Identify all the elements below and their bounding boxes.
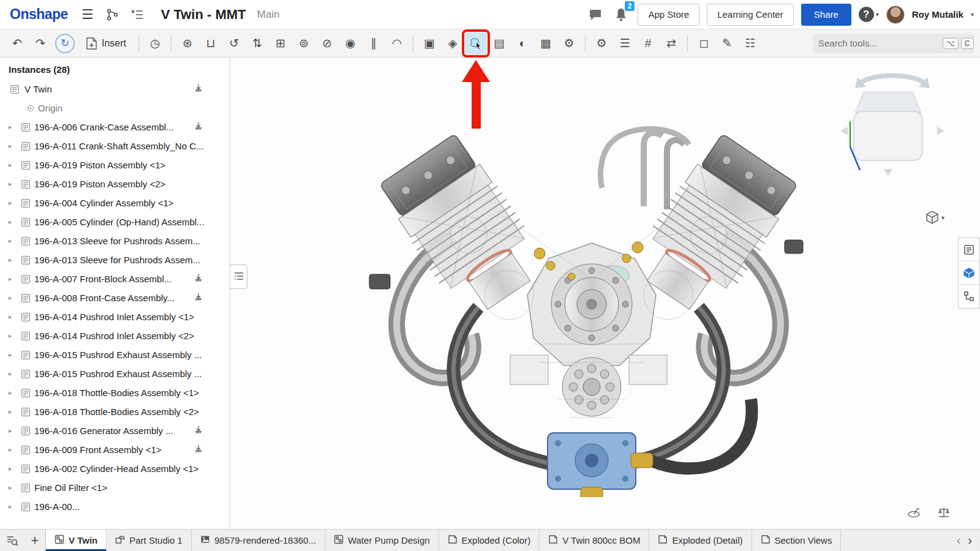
version-tree-icon[interactable]	[104, 6, 122, 24]
tree-row[interactable]: ▸196-A-018 Thottle-Bodies Assembly <2>	[0, 402, 230, 421]
section-view-icon[interactable]: ◻	[693, 32, 715, 54]
tree-row[interactable]: ▸196-A-009 Front Assembly <1>	[0, 440, 230, 459]
tree-row[interactable]: ▸196-A-00...	[0, 497, 230, 516]
planar-mate-icon[interactable]: ⊞	[270, 32, 292, 54]
revolute-mate-icon[interactable]: ↺	[223, 32, 245, 54]
expand-chevron-icon[interactable]: ▸	[9, 142, 21, 150]
onshape-logo[interactable]: Onshape	[6, 6, 72, 23]
tree-row[interactable]: ▸196-A-005 Cylinder (Op-Hand) Assembl...	[0, 212, 230, 231]
appearance-panel-button[interactable]	[959, 261, 979, 285]
tree-row[interactable]: ▸196-A-019 Piston Assembly <1>	[0, 156, 230, 174]
expand-chevron-icon[interactable]: ▸	[9, 370, 21, 378]
view-options-button[interactable]: ▾	[926, 211, 944, 224]
fastened-mate-icon[interactable]: ⊔	[200, 32, 222, 54]
mate-icon[interactable]: ⊛	[176, 32, 198, 54]
tree-row[interactable]: ▸196-A-006 Crank-Case Assembl...	[0, 118, 230, 137]
undo-icon[interactable]: ↶	[6, 32, 28, 54]
tree-row[interactable]: ▸Fine Oil Filter <1>	[0, 478, 230, 497]
search-tools-input[interactable]	[818, 38, 940, 48]
expand-chevron-icon[interactable]: ▸	[9, 218, 21, 226]
expand-chevron-icon[interactable]: ▸	[9, 256, 21, 264]
tree-row[interactable]: ▸196-A-015 Pushrod Exhaust Assembly ...	[0, 364, 230, 383]
circular-pattern-icon[interactable]: ⚙	[558, 32, 580, 54]
parallel-relation-icon[interactable]: ∥	[363, 32, 385, 54]
panel-collapse-handle[interactable]	[230, 264, 247, 289]
grid-tool-icon[interactable]: #	[637, 32, 659, 54]
help-icon[interactable]: ?	[859, 7, 874, 22]
tree-row[interactable]: ▸196-A-018 Thottle-Bodies Assembly <1>	[0, 383, 230, 402]
expand-chevron-icon[interactable]: ▸	[9, 180, 21, 188]
compare-versions-icon[interactable]	[128, 6, 146, 24]
add-tab-button[interactable]: +	[24, 530, 45, 551]
swap-instances-icon[interactable]: ⇄	[660, 32, 682, 54]
expand-chevron-icon[interactable]: ▸	[9, 237, 21, 245]
tree-row[interactable]: ▸196-A-013 Sleeve for Pushrods Assem...	[0, 231, 230, 250]
expand-chevron-icon[interactable]: ▸	[9, 161, 21, 169]
pin-slot-mate-icon[interactable]: ⊘	[316, 32, 338, 54]
share-button[interactable]: Share	[801, 4, 851, 26]
3d-viewport[interactable]: ▾	[230, 58, 980, 529]
user-chevron-down-icon[interactable]: ▾	[971, 11, 974, 18]
expand-chevron-icon[interactable]: ▸	[9, 123, 21, 131]
tree-row[interactable]: ▸196-A-014 Pushrod Inlet Assembly <2>	[0, 326, 230, 345]
user-avatar[interactable]	[886, 6, 905, 24]
tree-row[interactable]: ▸196-A-016 Generator Assembly ...	[0, 421, 230, 440]
expand-chevron-icon[interactable]: ▸	[9, 351, 21, 359]
linear-pattern-icon[interactable]: ▦	[535, 32, 557, 54]
tree-row[interactable]: ▸196-A-015 Pushrod Exhaust Assembly ...	[0, 345, 230, 364]
view-cube[interactable]	[834, 69, 951, 191]
tree-row[interactable]: ▸196-A-013 Sleeve for Pushrods Assem...	[0, 250, 230, 269]
workspace-name[interactable]: Main	[257, 9, 280, 21]
search-tools-box[interactable]: ⌥ C	[813, 34, 974, 53]
rack-relation-icon[interactable]: ☰	[614, 32, 636, 54]
cylindrical-mate-icon[interactable]: ⊚	[293, 32, 315, 54]
tab-part-studio-1[interactable]: Part Studio 1	[107, 530, 192, 551]
gear-relation-icon[interactable]: ⚙	[590, 32, 612, 54]
expand-chevron-icon[interactable]: ▸	[9, 275, 21, 283]
app-store-button[interactable]: App Store	[638, 4, 699, 26]
tab-water-pump-design[interactable]: Water Pump Design	[325, 530, 439, 551]
snap-mode-icon[interactable]: ◐	[511, 32, 533, 54]
expand-chevron-icon[interactable]: ▸	[9, 503, 21, 511]
named-views-icon[interactable]: ✎	[716, 32, 738, 54]
tab-scroll-right-icon[interactable]: ›	[965, 533, 975, 547]
hierarchy-panel-button[interactable]	[959, 285, 979, 308]
feature-list-button[interactable]	[959, 238, 979, 261]
transform-tool-icon[interactable]: ▤	[488, 32, 510, 54]
revision-history-icon[interactable]: ◷	[144, 32, 166, 54]
learning-center-button[interactable]: Learning Center	[707, 4, 794, 26]
mate-connector-icon[interactable]: ◈	[442, 32, 464, 54]
tab-scroll-left-icon[interactable]: ‹	[954, 533, 964, 547]
expand-chevron-icon[interactable]: ▸	[9, 294, 21, 302]
tree-row[interactable]: ▸196-A-004 Cylinder Assembly <1>	[0, 193, 230, 212]
help-menu[interactable]: ? ▾	[859, 7, 879, 22]
tree-row[interactable]: ▸196-A-008 Front-Case Assembly...	[0, 288, 230, 307]
comment-icon[interactable]	[586, 6, 605, 24]
expand-chevron-icon[interactable]: ▸	[9, 199, 21, 207]
slider-mate-icon[interactable]: ⇅	[246, 32, 268, 54]
tree-row[interactable]: V Twin	[0, 80, 230, 99]
tree-row[interactable]: ▸196-A-014 Pushrod Inlet Assembly <1>	[0, 307, 230, 326]
expand-chevron-icon[interactable]: ▸	[9, 484, 21, 492]
expand-chevron-icon[interactable]: ▸	[9, 313, 21, 321]
expand-chevron-icon[interactable]: ▸	[9, 332, 21, 340]
ball-mate-icon[interactable]: ◉	[339, 32, 361, 54]
user-name[interactable]: Roy Mutalik	[912, 9, 963, 20]
expand-chevron-icon[interactable]: ▸	[9, 465, 21, 473]
group-tool-icon[interactable]: ▣	[418, 32, 440, 54]
expand-chevron-icon[interactable]: ▸	[9, 408, 21, 416]
tab-manager-icon[interactable]	[0, 530, 24, 551]
notifications-bell-icon[interactable]: 2	[612, 6, 630, 24]
hamburger-menu-icon[interactable]: ☰	[78, 7, 97, 23]
tree-row[interactable]: ▸196-A-007 Front-Block Assembl...	[0, 269, 230, 288]
tree-row[interactable]: ▸196-A-002 Cylinder-Head Assembly <1>	[0, 459, 230, 478]
tab-v-twin-800cc-bom[interactable]: V Twin 800cc BOM	[540, 530, 649, 551]
expand-chevron-icon[interactable]: ▸	[9, 427, 21, 435]
tab-exploded-detail[interactable]: Exploded (Detail)	[649, 530, 752, 551]
expand-chevron-icon[interactable]: ▸	[9, 389, 21, 397]
tree-row[interactable]: ▸196-A-019 Piston Assembly <2>	[0, 174, 230, 193]
bom-table-icon[interactable]: ☷	[739, 32, 761, 54]
sync-rotate-icon[interactable]: ↻	[55, 34, 75, 53]
expand-chevron-icon[interactable]: ▸	[9, 446, 21, 454]
tree-row[interactable]: Origin	[0, 99, 230, 118]
